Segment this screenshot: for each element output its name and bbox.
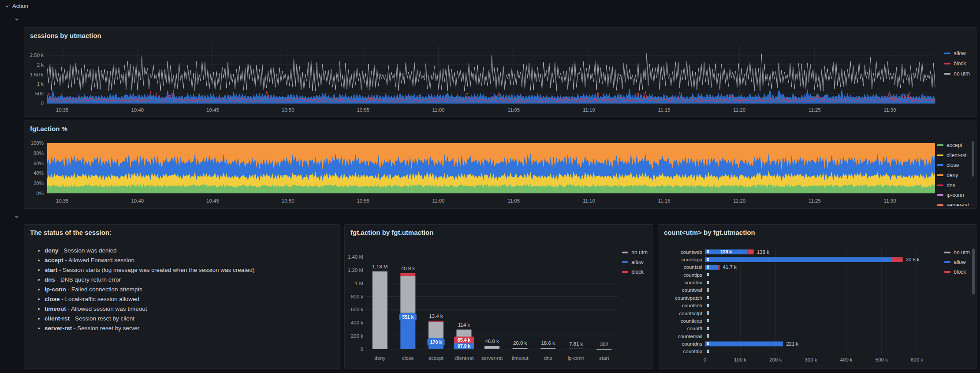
status-term: ip-conn: [45, 286, 66, 293]
x-axis-label: 11:00: [432, 107, 445, 113]
legend-item-ip-conn[interactable]: ip-conn: [937, 192, 969, 198]
panel-title-count-utm[interactable]: count<utm> by fgt.utmaction: [664, 229, 755, 236]
legend-label: no utm: [954, 249, 970, 256]
legend-item-no-utm[interactable]: no utm: [622, 249, 648, 256]
y-axis-label: 1.40 M: [348, 254, 363, 260]
zero-value-label: 0: [707, 326, 709, 331]
panel-title-fgt-action-by-utmaction[interactable]: fgt.action by fgt.utmaction: [350, 229, 433, 236]
scrollbar-thumb[interactable]: [972, 249, 975, 294]
legend-item-block[interactable]: block: [622, 269, 648, 275]
sessions-time-series-chart: 05001 k1.50 k2 k2.50 k10:3510:4010:4510:…: [24, 28, 977, 117]
bar-segment-deny-no-utm: [373, 271, 388, 349]
status-term: timeout: [45, 305, 66, 312]
legend-item-block[interactable]: block: [944, 60, 970, 67]
x-category-label: deny: [374, 355, 385, 361]
y-category-label: countsctpf: [679, 311, 703, 316]
row-collapse-chevron-icon-2[interactable]: [14, 213, 20, 219]
legend-swatch: [937, 154, 943, 156]
bar-segment-close-block: [400, 273, 415, 276]
x-axis-label: 11:15: [658, 198, 671, 203]
panel-title-fgt-action-pct[interactable]: fgt.action %: [30, 125, 67, 132]
legend-label: deny: [946, 172, 958, 178]
bar-chart-legend: no utmallowblock: [622, 249, 648, 275]
legend-item-dns[interactable]: dns: [937, 182, 969, 188]
legend-swatch: [937, 204, 943, 206]
legend-label: dns: [946, 182, 955, 188]
hbar-segment-countdns-allow: [705, 342, 783, 347]
x-axis-label: 500 k: [876, 357, 888, 362]
scrollbar-thumb[interactable]: [972, 141, 974, 177]
status-term: dns: [45, 276, 55, 283]
zero-value-label: 0: [707, 303, 709, 308]
legend-label: close: [946, 162, 959, 168]
bar-segment-client-rst-no-utm: [456, 330, 471, 337]
x-axis-label: 11:30: [884, 107, 896, 113]
row-title: Action: [12, 3, 28, 9]
y-category-label: countwaf: [682, 287, 703, 293]
status-item-timeout: timeout - Allowed session was timeout: [45, 306, 332, 313]
legend-swatch: [937, 144, 943, 146]
segment-value-label: 551 k: [402, 314, 414, 320]
legend-item-no-utm[interactable]: no utm: [944, 71, 970, 77]
legend-swatch: [937, 164, 943, 166]
x-axis-label: 11:10: [583, 198, 595, 203]
legend-swatch: [622, 261, 628, 263]
legend-swatch: [944, 73, 950, 75]
bar-top-value-label: 114 k: [458, 322, 470, 328]
bar-end-value-label: 221 k: [786, 341, 798, 347]
panel-fgt-action-percent: fgt.action % 0%20%40%60%80%100%10:3510:4…: [24, 121, 976, 209]
panel-title-sessions[interactable]: sessions by utmaction: [30, 32, 101, 39]
y-category-label: countips: [683, 272, 702, 278]
legend-item-deny[interactable]: deny: [937, 172, 969, 178]
row-header-action[interactable]: Action: [4, 3, 28, 9]
x-category-label: server-rst: [481, 355, 503, 361]
y-axis-label: 1 M: [355, 281, 363, 286]
legend-item-close[interactable]: close: [937, 162, 969, 168]
legend-item-allow[interactable]: allow: [622, 259, 648, 265]
bar-top-value-label: 46.8 k: [485, 339, 499, 344]
y-axis-label: 400 k: [351, 320, 363, 325]
count-utm-horizontal-bar-chart: 0100 k200 k300 k400 k500 k600 kcountweb1…: [658, 225, 977, 369]
y-category-label: countvpatch: [675, 295, 702, 301]
legend-label: block: [631, 269, 644, 275]
chevron-down-icon: [14, 17, 19, 22]
status-description: - Allowed session was timeout: [66, 305, 147, 312]
legend-item-block[interactable]: block: [944, 269, 970, 275]
legend-item-no-utm[interactable]: no utm: [944, 249, 970, 256]
status-term: server-rst: [45, 325, 72, 332]
x-axis-label: 11:30: [884, 198, 896, 203]
bar-top-value-label: 13.4 k: [429, 313, 443, 319]
y-category-label: countff: [687, 326, 703, 331]
x-axis-label: 11:10: [583, 107, 595, 113]
legend-item-allow[interactable]: allow: [944, 259, 970, 265]
x-axis-label: 600 k: [911, 357, 923, 362]
x-axis-label: 10:35: [56, 198, 69, 203]
x-axis-label: 11:20: [733, 107, 745, 113]
row-collapse-chevron-icon[interactable]: [14, 16, 20, 22]
panel-sessions-by-utmaction: sessions by utmaction 05001 k1.50 k2 k2.…: [24, 27, 976, 117]
legend-label: allow: [631, 259, 643, 265]
x-axis-label: 10:40: [131, 198, 144, 203]
panel-scrollbar: [972, 249, 975, 315]
legend-item-allow[interactable]: allow: [944, 50, 970, 57]
x-axis-label: 10:40: [131, 107, 144, 113]
zero-value-label: 0: [707, 349, 709, 354]
y-axis-label: 2.50 k: [30, 53, 44, 58]
panel-title-session-status[interactable]: The status of the session:: [30, 229, 112, 236]
legend-label: no utm: [954, 71, 970, 77]
x-axis-label: 11:05: [507, 107, 520, 113]
panel-count-utm-by-utmaction: count<utm> by fgt.utmaction 0100 k200 k3…: [658, 224, 976, 369]
legend-label: server-rst: [946, 202, 969, 206]
legend-item-client-rst[interactable]: client-rst: [937, 152, 969, 158]
hbar-segment-countapp-block: [892, 257, 903, 262]
bar-top-value-label: 18.6 k: [541, 340, 555, 346]
legend-item-server-rst[interactable]: server-rst: [937, 202, 969, 206]
bar-segment-start-no-utm: [596, 349, 611, 350]
x-axis-label: 200 k: [769, 357, 782, 362]
bar-top-value-label: 302: [600, 342, 608, 347]
x-axis-label: 11:25: [809, 107, 821, 113]
x-axis-label: 11:20: [733, 198, 745, 203]
status-term: client-rst: [45, 315, 70, 322]
legend-item-accept[interactable]: accept: [937, 142, 969, 148]
y-category-label: countssl: [684, 264, 702, 270]
